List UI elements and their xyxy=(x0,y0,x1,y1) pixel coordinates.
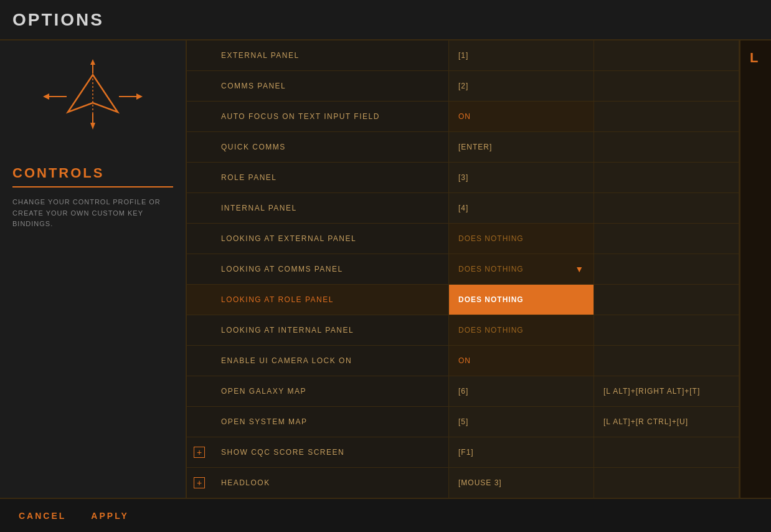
keybind-primary-role-panel[interactable]: [3] xyxy=(448,163,594,192)
keybind-secondary-external-panel[interactable] xyxy=(594,40,739,70)
keybind-primary-auto-focus[interactable]: ON xyxy=(448,102,594,131)
keybind-primary-headlook[interactable]: [MOUSE 3] xyxy=(448,468,594,498)
sidebar-description: CHANGE YOUR CONTROL PROFILE OR CREATE YO… xyxy=(12,197,173,230)
keybind-secondary-galaxy-map[interactable]: [L ALT]+[RIGHT ALT]+[T] xyxy=(594,376,739,406)
right-panel: L xyxy=(740,40,771,498)
setting-label-internal-panel: INTERNAL PANEL xyxy=(212,197,448,219)
keybind-secondary-role-panel[interactable] xyxy=(594,163,739,192)
apply-button[interactable]: APPLY xyxy=(91,511,128,521)
page-title: OPTIONS xyxy=(12,10,104,30)
setting-label-auto-focus: AUTO FOCUS ON TEXT INPUT FIELD xyxy=(212,106,448,127)
setting-label-looking-external: LOOKING AT EXTERNAL PANEL xyxy=(212,228,448,249)
setting-label-quick-comms: QUICK COMMS xyxy=(212,136,448,158)
keybind-secondary-quick-comms[interactable] xyxy=(594,132,739,162)
ship-diagram xyxy=(37,53,149,153)
setting-label-camera-lock: ENABLE UI CAMERA LOCK ON xyxy=(212,350,448,371)
keybind-primary-looking-comms[interactable]: DOES NOTHING▼ xyxy=(448,254,594,284)
keybind-secondary-headlook[interactable] xyxy=(594,468,739,498)
right-panel-accent: L xyxy=(750,50,771,66)
header: OPTIONS xyxy=(0,0,771,40)
keybind-primary-camera-lock[interactable]: ON xyxy=(448,346,594,376)
svg-marker-3 xyxy=(90,59,95,65)
setting-row-looking-comms[interactable]: LOOKING AT COMMS PANELDOES NOTHING▼ xyxy=(187,254,739,285)
setting-row-internal-panel[interactable]: INTERNAL PANEL[4] xyxy=(187,193,739,224)
setting-label-looking-internal: LOOKING AT INTERNAL PANEL xyxy=(212,320,448,341)
setting-row-system-map[interactable]: OPEN SYSTEM MAP[5][L ALT]+[R CTRL]+[U] xyxy=(187,407,739,437)
keybind-primary-quick-comms[interactable]: [ENTER] xyxy=(448,132,594,162)
setting-label-looking-comms: LOOKING AT COMMS PANEL xyxy=(212,259,448,280)
keybind-secondary-internal-panel[interactable] xyxy=(594,193,739,223)
content-area: EXTERNAL PANEL[1]COMMS PANEL[2]AUTO FOCU… xyxy=(187,40,771,498)
cancel-button[interactable]: CANCEL xyxy=(19,511,66,521)
setting-row-looking-external[interactable]: LOOKING AT EXTERNAL PANELDOES NOTHING xyxy=(187,224,739,254)
keybind-secondary-looking-comms[interactable] xyxy=(594,254,739,284)
setting-row-cqc-score[interactable]: +SHOW CQC SCORE SCREEN[F1] xyxy=(187,437,739,468)
keybind-primary-looking-role[interactable]: DOES NOTHING xyxy=(448,285,594,315)
sidebar-section-title: CONTROLS xyxy=(12,165,173,188)
keybind-primary-system-map[interactable]: [5] xyxy=(448,407,594,437)
setting-label-role-panel: ROLE PANEL xyxy=(212,167,448,188)
setting-label-looking-role: LOOKING AT ROLE PANEL xyxy=(212,289,448,310)
setting-row-galaxy-map[interactable]: OPEN GALAXY MAP[6][L ALT]+[RIGHT ALT]+[T… xyxy=(187,376,739,407)
keybind-primary-looking-internal[interactable]: DOES NOTHING xyxy=(448,315,594,345)
keybind-secondary-looking-internal[interactable] xyxy=(594,315,739,345)
setting-label-system-map: OPEN SYSTEM MAP xyxy=(212,411,448,432)
keybind-secondary-camera-lock[interactable] xyxy=(594,346,739,376)
keybind-primary-comms-panel[interactable]: [2] xyxy=(448,71,594,101)
keybind-secondary-looking-role[interactable] xyxy=(594,285,739,315)
keybind-primary-looking-external[interactable]: DOES NOTHING xyxy=(448,224,594,254)
svg-marker-7 xyxy=(43,93,49,100)
keybind-secondary-auto-focus[interactable] xyxy=(594,102,739,131)
row-icon-headlook: + xyxy=(194,477,205,488)
settings-panel[interactable]: EXTERNAL PANEL[1]COMMS PANEL[2]AUTO FOCU… xyxy=(187,40,740,498)
setting-label-cqc-score: SHOW CQC SCORE SCREEN xyxy=(212,442,448,463)
footer: CANCEL APPLY xyxy=(0,498,771,532)
setting-row-camera-lock[interactable]: ENABLE UI CAMERA LOCK ONON xyxy=(187,346,739,376)
setting-label-headlook: HEADLOOK xyxy=(212,472,448,493)
setting-label-galaxy-map: OPEN GALAXY MAP xyxy=(212,381,448,402)
setting-row-comms-panel[interactable]: COMMS PANEL[2] xyxy=(187,71,739,102)
svg-marker-9 xyxy=(136,93,143,100)
setting-row-looking-role[interactable]: LOOKING AT ROLE PANELDOES NOTHING xyxy=(187,285,739,315)
keybind-primary-external-panel[interactable]: [1] xyxy=(448,40,594,70)
keybind-secondary-comms-panel[interactable] xyxy=(594,71,739,101)
setting-row-external-panel[interactable]: EXTERNAL PANEL[1] xyxy=(187,40,739,71)
keybind-primary-cqc-score[interactable]: [F1] xyxy=(448,437,594,467)
setting-row-looking-internal[interactable]: LOOKING AT INTERNAL PANELDOES NOTHING xyxy=(187,315,739,346)
row-icon-cqc-score: + xyxy=(194,447,205,458)
main-layout: CONTROLS CHANGE YOUR CONTROL PROFILE OR … xyxy=(0,40,771,498)
setting-row-auto-focus[interactable]: AUTO FOCUS ON TEXT INPUT FIELDON xyxy=(187,102,739,132)
keybind-secondary-looking-external[interactable] xyxy=(594,224,739,254)
setting-label-external-panel: EXTERNAL PANEL xyxy=(212,45,448,66)
setting-row-headlook[interactable]: +HEADLOOK[MOUSE 3] xyxy=(187,468,739,498)
setting-label-comms-panel: COMMS PANEL xyxy=(212,75,448,97)
setting-row-role-panel[interactable]: ROLE PANEL[3] xyxy=(187,163,739,193)
setting-row-quick-comms[interactable]: QUICK COMMS[ENTER] xyxy=(187,132,739,163)
keybind-primary-galaxy-map[interactable]: [6] xyxy=(448,376,594,406)
dropdown-arrow-looking-comms[interactable]: ▼ xyxy=(575,264,584,274)
svg-marker-5 xyxy=(90,123,95,130)
sidebar: CONTROLS CHANGE YOUR CONTROL PROFILE OR … xyxy=(0,40,187,498)
keybind-secondary-system-map[interactable]: [L ALT]+[R CTRL]+[U] xyxy=(594,407,739,437)
keybind-secondary-cqc-score[interactable] xyxy=(594,437,739,467)
keybind-primary-internal-panel[interactable]: [4] xyxy=(448,193,594,223)
